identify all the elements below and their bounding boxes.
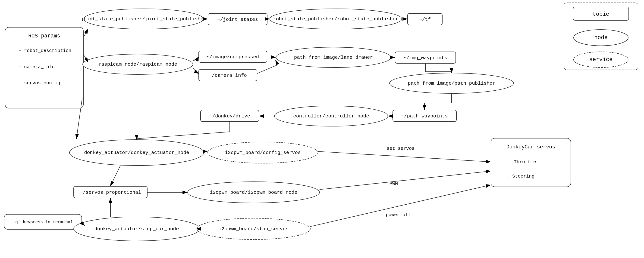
path-publisher-text: path_from_image/path_publisher [408,81,495,86]
tf-text: ~/tf [419,17,431,22]
pwm-text: PWM [390,181,398,186]
donkey-drive-text: ~/donkey/drive [209,114,250,119]
legend-service-text: service [589,56,613,63]
donkeycar-title: DonkeyCar servos [506,144,555,150]
donkey-actuator-text: donkey_actuator/donkey_actuator_node [84,150,189,155]
bg [0,0,644,258]
legend-topic-text: topic [592,11,609,17]
ros-params-line2: - camera_info [18,64,55,70]
power-off-text: power off [386,212,411,218]
imgwp-text: ~/img_waypoints [404,55,447,61]
donkeycar-throttle: - Throttle [508,159,536,165]
ros-params-line1: - robot_description [18,48,71,53]
legend-node-text: node [594,34,608,41]
lane-drawer-text: path_from_image/lane_drawer [294,55,373,60]
ros-params-title-text: ROS params [28,33,60,39]
stop-servos-text: i2cpwm_board/stop_servos [218,226,288,232]
donkeycar-steering: - Steering [507,174,534,179]
joint-states-text: ~/joint_states [217,17,258,22]
config-servos-text: i2cpwm_board/config_servos [225,150,301,155]
jsp-text: joint_state_publisher/joint_state_publis… [81,16,206,22]
rsp-text: robot_state_publisher/robot_state_publis… [273,16,398,22]
stop-car-text: donkey_actuator/stop_car_node [94,226,179,232]
keypress-text: 'q' keypress in terminal [13,220,73,225]
caminfo-text: ~/camera_info [209,73,247,78]
raspicam-text: raspicam_node/raspicam_node [98,62,177,67]
controller-text: controller/controller_node [293,114,369,119]
ros-params-line3: - servos_config [18,80,60,86]
arr-lanedrawer-imgwp [391,57,394,58]
pathwp-text: ~/path_waypoints [401,114,448,119]
set-servos-text: set servos [387,146,414,151]
servos-prop-text: ~/servos_proportional [80,190,141,195]
i2cpwm-text: i2cpwm_board/i2cpwm_board_node [210,190,297,195]
imgcomp-text: ~/image/compressed [206,54,259,60]
